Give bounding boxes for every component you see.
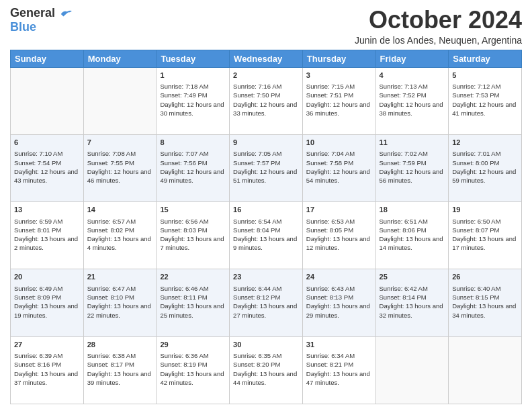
table-row: 29Sunrise: 6:36 AMSunset: 8:19 PMDayligh… — [157, 336, 230, 404]
sunset-text: Sunset: 7:52 PM — [380, 91, 427, 99]
sunrise-text: Sunrise: 6:50 AM — [452, 218, 500, 225]
table-row: 22Sunrise: 6:46 AMSunset: 8:11 PMDayligh… — [157, 269, 230, 336]
day-number: 31 — [306, 340, 372, 350]
sunrise-text: Sunrise: 6:36 AM — [160, 352, 208, 359]
logo: General Blue — [10, 7, 72, 34]
day-number: 5 — [452, 71, 518, 81]
sunset-text: Sunset: 8:16 PM — [14, 361, 61, 368]
day-number: 22 — [160, 272, 226, 282]
table-row — [449, 336, 522, 404]
daylight-text: Daylight: 12 hours and 43 minutes. — [14, 168, 78, 184]
table-row: 12Sunrise: 7:01 AMSunset: 8:00 PMDayligh… — [449, 134, 522, 201]
sunrise-text: Sunrise: 7:12 AM — [452, 83, 500, 90]
table-row: 1Sunrise: 7:18 AMSunset: 7:49 PMDaylight… — [157, 67, 230, 134]
calendar-week-row: 20Sunrise: 6:49 AMSunset: 8:09 PMDayligh… — [11, 269, 522, 336]
sunset-text: Sunset: 8:12 PM — [233, 293, 280, 301]
table-row: 20Sunrise: 6:49 AMSunset: 8:09 PMDayligh… — [11, 269, 84, 336]
daylight-text: Daylight: 13 hours and 7 minutes. — [160, 235, 224, 251]
daylight-text: Daylight: 12 hours and 33 minutes. — [233, 101, 297, 117]
col-thursday: Thursday — [302, 50, 375, 67]
daylight-text: Daylight: 13 hours and 29 minutes. — [306, 302, 370, 318]
col-sunday: Sunday — [11, 50, 84, 67]
day-number: 8 — [160, 138, 226, 148]
day-number: 24 — [306, 272, 372, 282]
day-number: 12 — [452, 138, 518, 148]
table-row: 6Sunrise: 7:10 AMSunset: 7:54 PMDaylight… — [11, 134, 84, 201]
daylight-text: Daylight: 13 hours and 22 minutes. — [87, 302, 151, 318]
month-title: October 2024 — [355, 7, 522, 34]
sunrise-text: Sunrise: 6:35 AM — [233, 352, 281, 359]
calendar-week-row: 27Sunrise: 6:39 AMSunset: 8:16 PMDayligh… — [11, 336, 522, 404]
table-row: 7Sunrise: 7:08 AMSunset: 7:55 PMDaylight… — [83, 134, 157, 201]
day-number: 3 — [306, 71, 372, 81]
table-row: 11Sunrise: 7:02 AMSunset: 7:59 PMDayligh… — [375, 134, 449, 201]
daylight-text: Daylight: 13 hours and 12 minutes. — [306, 235, 370, 251]
sunset-text: Sunset: 7:56 PM — [160, 159, 207, 167]
daylight-text: Daylight: 13 hours and 37 minutes. — [14, 370, 78, 386]
daylight-text: Daylight: 13 hours and 34 minutes. — [452, 302, 516, 318]
daylight-text: Daylight: 12 hours and 41 minutes. — [452, 101, 516, 117]
daylight-text: Daylight: 12 hours and 54 minutes. — [306, 168, 370, 184]
sunrise-text: Sunrise: 6:34 AM — [306, 352, 355, 359]
sunrise-text: Sunrise: 7:10 AM — [14, 150, 62, 157]
sunset-text: Sunset: 8:15 PM — [452, 293, 499, 301]
sunset-text: Sunset: 8:01 PM — [14, 226, 61, 234]
daylight-text: Daylight: 13 hours and 47 minutes. — [306, 370, 370, 386]
sunset-text: Sunset: 8:09 PM — [14, 293, 61, 301]
calendar-header-row: Sunday Monday Tuesday Wednesday Thursday… — [11, 50, 522, 67]
sunrise-text: Sunrise: 6:54 AM — [233, 218, 281, 225]
sunrise-text: Sunrise: 6:40 AM — [452, 285, 500, 292]
sunrise-text: Sunrise: 7:02 AM — [380, 150, 428, 157]
daylight-text: Daylight: 13 hours and 39 minutes. — [87, 370, 151, 386]
col-friday: Friday — [375, 50, 449, 67]
sunset-text: Sunset: 8:17 PM — [87, 361, 134, 368]
table-row: 9Sunrise: 7:05 AMSunset: 7:57 PMDaylight… — [230, 134, 303, 201]
daylight-text: Daylight: 12 hours and 59 minutes. — [452, 168, 516, 184]
table-row: 19Sunrise: 6:50 AMSunset: 8:07 PMDayligh… — [449, 202, 522, 269]
table-row: 10Sunrise: 7:04 AMSunset: 7:58 PMDayligh… — [302, 134, 375, 201]
sunrise-text: Sunrise: 6:43 AM — [306, 285, 355, 292]
table-row — [11, 67, 84, 134]
daylight-text: Daylight: 12 hours and 56 minutes. — [380, 168, 443, 184]
day-number: 1 — [160, 71, 226, 81]
page: General Blue October 2024 Junin de los A… — [0, 0, 532, 411]
table-row: 26Sunrise: 6:40 AMSunset: 8:15 PMDayligh… — [449, 269, 522, 336]
table-row: 28Sunrise: 6:38 AMSunset: 8:17 PMDayligh… — [83, 336, 157, 404]
table-row: 16Sunrise: 6:54 AMSunset: 8:04 PMDayligh… — [230, 202, 303, 269]
sunset-text: Sunset: 8:13 PM — [306, 293, 353, 301]
sunrise-text: Sunrise: 6:56 AM — [160, 218, 208, 225]
sunrise-text: Sunrise: 7:07 AM — [160, 150, 208, 157]
table-row: 5Sunrise: 7:12 AMSunset: 7:53 PMDaylight… — [449, 67, 522, 134]
day-number: 4 — [380, 71, 445, 81]
calendar-week-row: 13Sunrise: 6:59 AMSunset: 8:01 PMDayligh… — [11, 202, 522, 269]
day-number: 19 — [452, 205, 518, 215]
day-number: 14 — [87, 205, 153, 215]
sunrise-text: Sunrise: 7:05 AM — [233, 150, 281, 157]
sunrise-text: Sunrise: 7:13 AM — [380, 83, 428, 90]
col-tuesday: Tuesday — [157, 50, 230, 67]
daylight-text: Daylight: 13 hours and 14 minutes. — [380, 235, 443, 251]
daylight-text: Daylight: 12 hours and 36 minutes. — [306, 101, 370, 117]
table-row: 17Sunrise: 6:53 AMSunset: 8:05 PMDayligh… — [302, 202, 375, 269]
sunrise-text: Sunrise: 7:08 AM — [87, 150, 136, 157]
sunset-text: Sunset: 7:49 PM — [160, 91, 207, 99]
table-row — [83, 67, 157, 134]
sunset-text: Sunset: 8:05 PM — [306, 226, 353, 234]
col-wednesday: Wednesday — [230, 50, 303, 67]
sunrise-text: Sunrise: 6:53 AM — [306, 218, 355, 225]
sunset-text: Sunset: 8:03 PM — [160, 226, 207, 234]
day-number: 16 — [233, 205, 299, 215]
table-row: 18Sunrise: 6:51 AMSunset: 8:06 PMDayligh… — [375, 202, 449, 269]
title-section: October 2024 Junin de los Andes, Neuquen… — [355, 7, 522, 46]
calendar-week-row: 1Sunrise: 7:18 AMSunset: 7:49 PMDaylight… — [11, 67, 522, 134]
daylight-text: Daylight: 13 hours and 32 minutes. — [380, 302, 443, 318]
day-number: 15 — [160, 205, 226, 215]
sunset-text: Sunset: 8:02 PM — [87, 226, 134, 234]
sunset-text: Sunset: 7:54 PM — [14, 159, 61, 167]
table-row: 25Sunrise: 6:42 AMSunset: 8:14 PMDayligh… — [375, 269, 449, 336]
table-row — [375, 336, 449, 404]
sunrise-text: Sunrise: 6:57 AM — [87, 218, 136, 225]
logo-general: General — [10, 6, 55, 19]
daylight-text: Daylight: 12 hours and 30 minutes. — [160, 101, 224, 117]
sunset-text: Sunset: 8:06 PM — [380, 226, 427, 234]
